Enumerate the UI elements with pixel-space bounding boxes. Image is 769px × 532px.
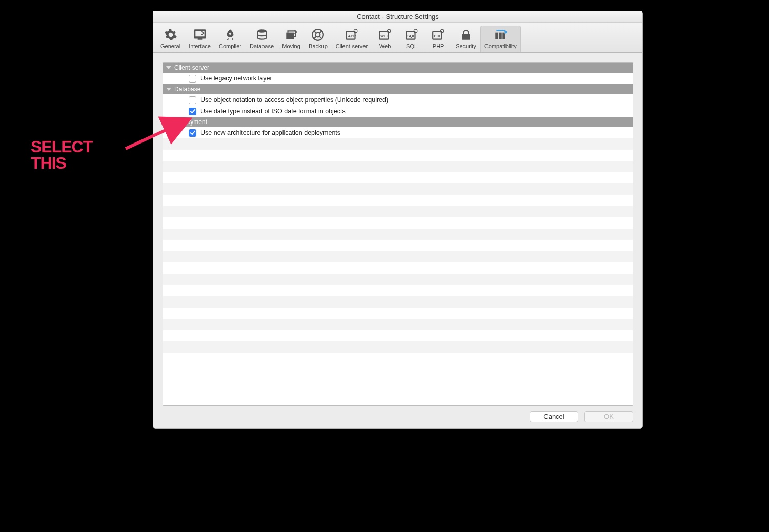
tab-label: Security [456,43,476,49]
checkbox-new-architecture[interactable] [189,129,196,137]
database-icon [255,28,269,42]
tab-label: Moving [282,43,300,49]
tab-label: Compiler [219,43,241,49]
disclosure-triangle-icon [166,120,171,124]
svg-rect-18 [499,33,502,39]
disclosure-triangle-icon [166,66,171,69]
section-title: Deployment [174,118,207,126]
cancel-button[interactable]: Cancel [530,411,578,422]
section-deployment[interactable]: Deployment [163,117,633,127]
tab-database[interactable]: Database [246,26,278,52]
settings-list[interactable]: Client-server Use legacy network layer D… [163,62,633,406]
tab-label: SQL [406,43,417,49]
tab-label: PHP [433,43,444,49]
option-label: Use object notation to access object pro… [200,96,388,104]
option-row[interactable]: Use date type instead of ISO date format… [163,106,633,117]
section-database[interactable]: Database [163,84,633,94]
section-title: Database [174,86,200,93]
php-icon: PHP [431,28,446,42]
annotation-text: SELECTTHIS [31,138,92,171]
tab-label: General [160,43,180,49]
svg-point-0 [257,29,266,33]
tab-php[interactable]: PHP PHP [425,26,452,52]
option-label: Use date type instead of ISO date format… [200,108,346,115]
rocket-icon [223,28,237,42]
tab-interface[interactable]: Interface [185,26,215,52]
tab-label: Backup [309,43,328,49]
monitor-icon [193,28,207,42]
ok-button[interactable]: OK [584,411,633,422]
svg-rect-16 [462,34,470,40]
disclosure-triangle-icon [166,88,171,91]
svg-rect-1 [286,33,294,39]
content-area: Client-server Use legacy network layer D… [153,53,642,428]
web-icon: WEB [378,28,392,42]
settings-window: Contact - Structure Settings General Int… [153,11,643,429]
tab-label: Database [250,43,274,49]
servers-icon [493,28,508,42]
tab-label: Client-server [336,43,368,49]
tab-web[interactable]: WEB Web [372,26,398,52]
tab-moving[interactable]: Moving [278,26,305,52]
option-row[interactable]: Use object notation to access object pro… [163,94,633,106]
svg-text:APP: APP [348,34,356,38]
lifebuoy-icon [311,28,325,42]
tab-label: Web [379,43,391,49]
tab-backup[interactable]: Backup [305,26,332,52]
section-title: Client-server [174,64,209,71]
gear-icon [164,28,178,42]
svg-text:WEB: WEB [380,34,389,38]
app-gear-icon: APP [345,28,359,42]
toolbar: General Interface Compiler Database Movi… [153,23,642,53]
section-client-server[interactable]: Client-server [163,63,633,73]
tab-label: Interface [189,43,211,49]
option-label: Use legacy network layer [200,75,272,82]
checkbox-object-notation[interactable] [189,96,196,104]
tab-compiler[interactable]: Compiler [215,26,246,52]
tab-sql[interactable]: SQL SQL [398,26,425,52]
empty-rows [163,138,633,364]
svg-point-3 [316,33,320,37]
svg-text:SQL: SQL [407,34,415,38]
svg-rect-17 [496,33,498,39]
tab-label: Compatibility [484,43,517,49]
svg-text:PHP: PHP [434,34,442,38]
checkbox-date-type[interactable] [189,108,196,115]
tab-security[interactable]: Security [452,26,480,52]
tab-compatibility[interactable]: Compatibility [480,26,521,52]
box-arrow-icon [284,28,298,42]
lock-icon [459,28,473,42]
dialog-buttons: Cancel OK [163,406,633,422]
checkbox-legacy-network[interactable] [189,75,196,83]
tab-client-server[interactable]: APP Client-server [332,26,372,52]
option-label: Use new architecture for application dep… [200,129,340,136]
option-row[interactable]: Use new architecture for application dep… [163,127,633,138]
sql-icon: SQL [404,28,419,42]
window-title: Contact - Structure Settings [153,11,642,23]
tab-general[interactable]: General [156,26,185,52]
option-row[interactable]: Use legacy network layer [163,73,633,84]
